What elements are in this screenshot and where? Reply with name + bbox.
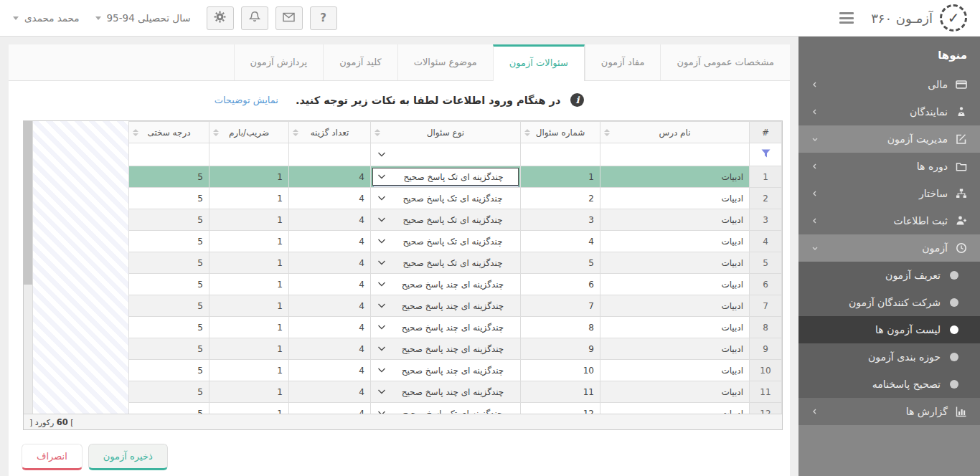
sort-icon[interactable] (524, 129, 530, 136)
column-header[interactable]: ضریب/بارم (209, 122, 289, 143)
table-row[interactable]: 12ادبیات12چندگزینه ای تک پاسخ صحیح415 (129, 403, 782, 414)
question-type-cell[interactable]: چندگزینه ای چند پاسخ صحیح (371, 338, 521, 360)
column-header[interactable]: نام درس (600, 122, 750, 143)
question-type-cell[interactable]: چندگزینه ای تک پاسخ صحیح (371, 231, 521, 252)
tab[interactable]: سئوالات آزمون (493, 44, 585, 81)
sidebar-item-label: ثبت اطلاعات (825, 215, 948, 227)
academic-year-selector[interactable]: سال تحصیلی 94-95 (95, 12, 191, 24)
question-type-cell[interactable]: چندگزینه ای تک پاسخ صحیحچندگزینه ای تک پ… (371, 166, 521, 188)
tab[interactable]: کلید آزمون (323, 44, 397, 80)
gear-icon (214, 11, 226, 25)
weight-cell: 1 (209, 317, 289, 338)
question-type-cell[interactable]: چندگزینه ای چند پاسخ صحیح (371, 295, 521, 317)
chevron-left-icon (811, 106, 818, 118)
table-row[interactable]: 9ادبیات9چندگزینه ای چند پاسخ صحیح415 (129, 338, 782, 360)
table-row[interactable]: 8ادبیات8چندگزینه ای چند پاسخ صحیح415 (129, 317, 782, 338)
table-row[interactable]: 5ادبیات5چندگزینه ای تک پاسخ صحیح415 (129, 252, 782, 274)
question-type-cell[interactable]: چندگزینه ای تک پاسخ صحیح (371, 209, 521, 231)
sidebar-item-label: آزمون (826, 242, 948, 254)
sidebar-item[interactable]: مالی (798, 71, 980, 98)
sidebar-item[interactable]: گزارش ها (798, 398, 980, 425)
column-header[interactable]: شماره سئوال (521, 122, 600, 143)
question-type-select-open[interactable]: چندگزینه ای تک پاسخ صحیح (372, 168, 519, 186)
sort-icon[interactable] (293, 129, 298, 136)
filter-input[interactable] (209, 143, 289, 166)
tab[interactable]: موضوع سئوالات (397, 44, 493, 80)
course-name-cell: ادبیات (600, 274, 750, 295)
tab[interactable]: مشخصات عمومی آزمون (660, 44, 790, 80)
sort-icon[interactable] (213, 129, 219, 136)
sidebar-subitem[interactable]: حوزه بندی آزمون (798, 343, 980, 371)
course-name-cell: ادبیات (600, 231, 750, 252)
column-header[interactable]: تعداد گزینه (289, 122, 371, 143)
hamburger-menu-icon[interactable] (839, 12, 854, 24)
envelope-icon (283, 12, 295, 24)
choices-cell: 4 (289, 252, 371, 274)
difficulty-cell: 5 (129, 252, 209, 274)
filter-input[interactable] (600, 143, 750, 166)
difficulty-cell: 5 (129, 317, 209, 338)
question-type-cell[interactable]: چندگزینه ای چند پاسخ صحیح (371, 274, 521, 295)
sidebar-item[interactable]: ساختار (798, 180, 980, 207)
table-row[interactable]: 6ادبیات6چندگزینه ای چند پاسخ صحیح415 (129, 274, 782, 295)
cancel-button[interactable]: انصراف (22, 444, 83, 470)
table-row[interactable]: 1ادبیات1چندگزینه ای تک پاسخ صحیحچندگزینه… (129, 166, 782, 188)
sidebar-item[interactable]: آزمون (798, 234, 980, 262)
chevron-down-icon (377, 344, 386, 354)
table-row[interactable]: 4ادبیات4چندگزینه ای تک پاسخ صحیح415 (129, 231, 782, 252)
column-header[interactable]: درجه سختی (129, 122, 209, 143)
sidebar-subitem[interactable]: تصحیح پاسخنامه (798, 371, 980, 398)
column-header[interactable]: نوع سئوال (371, 122, 521, 143)
table-row[interactable]: 7ادبیات7چندگزینه ای چند پاسخ صحیح415 (129, 295, 782, 317)
tab[interactable]: مفاد آزمون (585, 44, 661, 80)
questions-table: #نام درسشماره سئوالنوع سئوالتعداد گزینهض… (128, 121, 782, 414)
settings-button[interactable] (207, 6, 234, 30)
course-name-cell: ادبیات (600, 403, 750, 414)
app-title: آزمـون ۳۶۰ (871, 11, 933, 26)
sidebar-item[interactable]: مدیریت آزمون (798, 125, 980, 153)
sidebar-item[interactable]: نمایندگان (798, 98, 980, 125)
sitemap-icon (955, 188, 967, 199)
chevron-down-icon (377, 237, 386, 247)
sort-icon[interactable] (133, 129, 138, 136)
sort-icon[interactable] (604, 129, 610, 136)
sidebar-subitem[interactable]: لیست آزمون ها (798, 316, 980, 343)
question-type-cell[interactable]: چندگزینه ای چند پاسخ صحیح (371, 381, 521, 403)
question-type-cell[interactable]: چندگزینه ای چند پاسخ صحیح (371, 360, 521, 381)
weight-cell: 1 (209, 166, 289, 188)
messages-button[interactable] (275, 6, 303, 30)
sidebar-subitem[interactable]: تعریف آزمون (798, 262, 980, 289)
table-row[interactable]: 10ادبیات10چندگزینه ای چند پاسخ صحیح415 (129, 360, 782, 381)
show-descriptions-link[interactable]: نمایش توضیحات (215, 95, 278, 105)
tabbar-filler (9, 44, 234, 80)
help-button[interactable]: ? (310, 6, 337, 30)
sidebar-item[interactable]: ثبت اطلاعات (798, 207, 980, 234)
sidebar-subitem[interactable]: شرکت کنندگان آزمون (798, 289, 980, 316)
user-menu[interactable]: محمد محمدی (13, 12, 80, 24)
tab[interactable]: پردازش آزمون (234, 44, 324, 80)
table-row[interactable]: 11ادبیات11چندگزینه ای چند پاسخ صحیح415 (129, 381, 782, 403)
question-type-cell[interactable]: چندگزینه ای تک پاسخ صحیح (371, 188, 521, 209)
save-exam-button[interactable]: ذخیره آزمون (88, 444, 168, 470)
question-type-cell[interactable]: چندگزینه ای تک پاسخ صحیح (371, 403, 521, 414)
choices-cell: 4 (289, 166, 371, 188)
row-number: 6 (750, 274, 782, 295)
grid-vertical-scrollbar[interactable] (24, 121, 33, 414)
notifications-button[interactable] (241, 6, 268, 30)
question-type-cell[interactable]: چندگزینه ای تک پاسخ صحیح (371, 252, 521, 274)
filter-input[interactable] (129, 143, 209, 166)
scrollbar-thumb[interactable] (24, 121, 32, 285)
question-number-cell: 8 (521, 317, 600, 338)
filter-input[interactable] (289, 143, 371, 166)
sidebar-menu: مالینمایندگانمدیریت آزموندوره هاساختارثب… (798, 71, 980, 262)
table-row[interactable]: 2ادبیات2چندگزینه ای تک پاسخ صحیح415 (129, 188, 782, 209)
weight-cell: 1 (209, 360, 289, 381)
question-type-cell[interactable]: چندگزینه ای چند پاسخ صحیح (371, 317, 521, 338)
filter-funnel-icon[interactable] (750, 143, 782, 166)
type-filter-dropdown[interactable] (371, 143, 521, 166)
sidebar-item[interactable]: دوره ها (798, 153, 980, 180)
sort-icon[interactable] (374, 129, 380, 136)
weight-cell: 1 (209, 403, 289, 414)
filter-input[interactable] (521, 143, 600, 166)
table-row[interactable]: 3ادبیات3چندگزینه ای تک پاسخ صحیح415 (129, 209, 782, 231)
